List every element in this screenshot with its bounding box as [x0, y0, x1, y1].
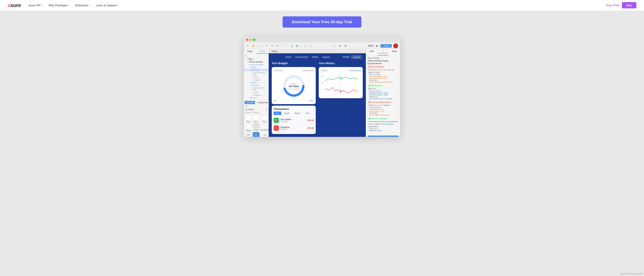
tree-dynamic-panel[interactable]: ▼ (Dynamic Panel) [244, 64, 268, 66]
preview-icon[interactable]: ▷ [309, 44, 313, 48]
tree-state1[interactable]: ▼ State1 [244, 66, 268, 69]
tree-date-2[interactable]: T 02/24 [244, 91, 268, 94]
dot-no-email [369, 102, 370, 103]
chevron-icon: ▼ [247, 61, 249, 63]
free-trial-link[interactable]: Free Trial [606, 4, 619, 7]
logo[interactable]: axure [8, 2, 21, 8]
text-icon-2: T [251, 88, 252, 90]
maximize-dot[interactable] [253, 39, 255, 41]
widget-image-label: Image [254, 129, 258, 131]
tree-card-number-2[interactable]: T 2225-3441-5152-2351 [244, 86, 268, 91]
avatar[interactable] [393, 44, 398, 48]
share-button[interactable]: ↑ Share [380, 44, 392, 48]
fintech-nav-transactions[interactable]: Transactions [295, 56, 308, 58]
more-icon[interactable]: ▶ [375, 44, 379, 48]
tab-style[interactable]: Style [366, 49, 378, 56]
fintech-nav-wallet[interactable]: Wallet [312, 56, 318, 58]
chevron-down-icon[interactable]: ▾ [266, 108, 267, 110]
rectangle-icon[interactable]: ▭ [260, 44, 264, 48]
tree-page-1[interactable]: 📄 Page 1 [244, 58, 268, 60]
tab-day[interactable]: Day [274, 112, 281, 115]
welcome-screen-link: Welcome Screen [368, 130, 398, 132]
history-chart-svg: 3,00 2,00 1,00 0 [321, 73, 360, 98]
tab-libraries[interactable]: Libraries [245, 101, 255, 104]
tree-logout[interactable]: log-out 1 [244, 96, 268, 99]
pen-icon[interactable]: ✏ [276, 44, 280, 48]
widget-link-button[interactable]: Link Link Button [260, 132, 270, 137]
tree-date-1[interactable]: T 02/24 [244, 76, 268, 78]
hand-icon[interactable]: ✋ [251, 44, 255, 48]
fullscreen-icon[interactable]: ⛶ [304, 44, 307, 48]
tab-pages[interactable]: Pages [244, 49, 256, 54]
nav-link-enterprise[interactable]: Enterprise ▾ [75, 4, 90, 7]
widget-placeholder[interactable]: Placeholder [260, 123, 270, 131]
nav-link-why-prototype[interactable]: Why Prototype ▾ [48, 4, 69, 7]
distribute-icon[interactable]: ⊟ [338, 44, 342, 48]
minimize-dot[interactable] [250, 39, 252, 41]
budget-card-header: Overview Add Budget [274, 69, 314, 72]
dot-invalid [369, 66, 370, 68]
fintech-nav-home[interactable]: Home [285, 56, 291, 58]
text-icon-4: T [252, 94, 254, 96]
widget-box1[interactable]: Box 1 [245, 115, 252, 122]
tab-month[interactable]: Month [292, 112, 302, 115]
filter-icon[interactable]: ▽ [266, 55, 267, 57]
buy-button[interactable]: Buy [622, 2, 636, 8]
text-icon[interactable]: T [265, 44, 269, 48]
tab-week[interactable]: Week [282, 112, 292, 115]
right-panel-tabs: Style ⚡ Interactions Notes [366, 49, 400, 56]
download-button[interactable]: Download Your Free 30-day Trial [282, 16, 362, 28]
widget-primary-button[interactable]: Btn Primary Button [253, 132, 260, 137]
new-interaction-button[interactable]: New Interaction [368, 136, 398, 137]
close-dot[interactable] [246, 39, 248, 41]
tree-card-number-1[interactable]: T 2225-3441-5152-2351 [244, 72, 268, 76]
tree-image-2[interactable]: T Image 22 [244, 94, 268, 96]
tree-first-card-2[interactable]: First Card [244, 84, 268, 86]
budget-circle-svg: Budget On Track 6 days remaining [282, 74, 305, 98]
shape-icon[interactable]: ⬡ [270, 44, 274, 48]
svg-text:On Track: On Track [289, 85, 299, 88]
show-email-error: Show Email Error Message [368, 114, 398, 116]
toolbar-separator-3 [301, 44, 301, 48]
nav-link-axure-rp[interactable]: Axure RP ▾ [28, 4, 42, 7]
shopping-name: Shopping [280, 126, 305, 128]
fintech-profile[interactable]: Profile [343, 56, 349, 58]
widget-button-shape: Btn [245, 132, 252, 137]
chart-icon[interactable]: 📊 [290, 44, 294, 48]
zoom-label[interactable]: 100% [368, 44, 374, 47]
lib-select-label[interactable]: All Libraries [245, 108, 254, 110]
tab-interactions[interactable]: ⚡ Interactions [378, 49, 389, 56]
panel-tabs: Pages Outline [244, 49, 268, 54]
tab-outline[interactable]: Outline [256, 49, 269, 54]
tree-first-card-1[interactable]: First Card [244, 69, 268, 72]
widget-button[interactable]: Btn Button [245, 132, 252, 137]
add-budget-link[interactable]: Add Budget [302, 69, 314, 72]
fintech-send-button[interactable]: $ Send [351, 55, 362, 59]
lib-select-row: All Libraries ▾ [244, 108, 268, 111]
chevron-icon: ▼ [248, 64, 250, 66]
connector-icon[interactable]: ⌒ [281, 44, 285, 48]
history-add-budget[interactable]: Add Budget [350, 69, 361, 72]
tab-notes[interactable]: Notes [389, 49, 400, 56]
widget-box2[interactable]: Box 2 [253, 115, 260, 122]
tree-state2[interactable]: ▼ State2 [244, 81, 268, 84]
arrange-icon[interactable]: ⊞ [344, 44, 348, 48]
hero-section: Download Your Free 30-day Trial [0, 11, 644, 33]
widget-box3[interactable]: Box 3 [260, 115, 270, 122]
page-tab[interactable]: Page 1 [269, 49, 366, 53]
tab-components[interactable]: Components [256, 101, 270, 104]
tree-image-1[interactable]: T Image 22 [244, 78, 268, 81]
chevron-down-icon: ▾ [89, 4, 90, 6]
valid-password-tag: Valid Password [368, 84, 384, 87]
component-icon[interactable]: ⊞ [295, 44, 299, 48]
fintech-nav-support[interactable]: Support [322, 56, 330, 58]
widget-ellipse[interactable]: Ellipse [245, 123, 252, 131]
align-icon[interactable]: — [333, 44, 337, 48]
cursor-icon[interactable]: ↖ [246, 44, 250, 48]
nav-link-learn-support[interactable]: Learn & Support ▾ [96, 4, 118, 7]
outline-search-input[interactable] [248, 55, 265, 57]
widget-image[interactable]: Image [253, 123, 260, 131]
tree-fintech-desktop[interactable]: ▼ Fintech Desktop [244, 60, 268, 64]
element-label: Sign In Button [368, 57, 398, 59]
tab-year[interactable]: Year [303, 112, 311, 115]
